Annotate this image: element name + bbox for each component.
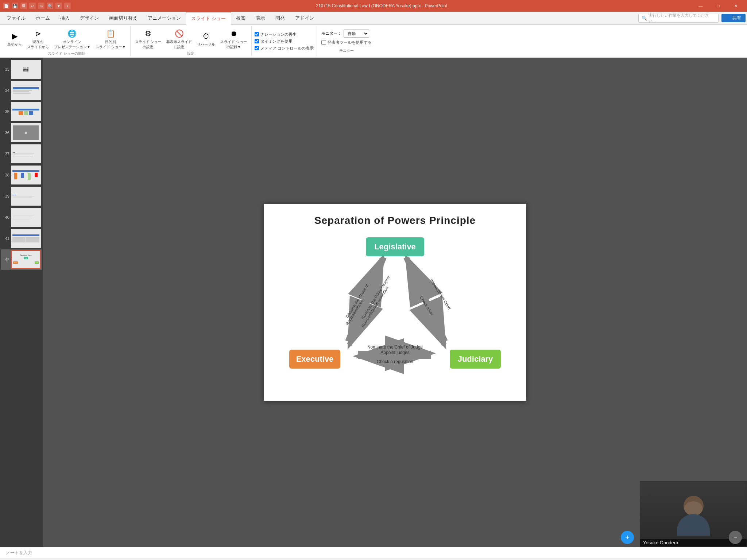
search-icon: 🔍 xyxy=(642,16,647,21)
slide-thumb-34[interactable]: 34 xyxy=(1,80,42,101)
rehearse-icon: ⏱ xyxy=(200,30,212,42)
hide-icon: 🚫 xyxy=(173,28,185,39)
start-group-label: スライド ショーの開始 xyxy=(48,51,85,56)
rehearse-label: リハーサル xyxy=(197,42,215,47)
titlebar-left: 📄 💾 🖫 ↩ ↪ 🔍 ▼ • xyxy=(3,3,71,9)
redo-icon[interactable]: ↪ xyxy=(38,3,44,9)
slide-thumbnail-38 xyxy=(11,166,41,184)
titlebar-title: 210715 Constitutional Law I (ONODERA Yos… xyxy=(316,3,447,8)
search-placeholder-text: 実行したい作業を入力してください... xyxy=(649,13,715,24)
slide-thumbnail-35 xyxy=(11,102,41,121)
record-button[interactable]: ⏺ スライド ショーの記録▼ xyxy=(219,27,248,50)
slide-thumbnail-36: 🏛 xyxy=(11,123,41,142)
slide-thumbnail-34 xyxy=(11,81,41,100)
close-button[interactable]: ✕ xyxy=(727,0,744,12)
slide-thumbnail-42: Separation of Powers Leg Exec Judi xyxy=(11,250,41,269)
tab-file[interactable]: ファイル xyxy=(1,12,31,25)
from-beginning-button[interactable]: ▶ 最初から xyxy=(6,30,23,48)
slide-thumb-39[interactable]: 39 ■■ ■■ xyxy=(1,186,42,206)
tab-transitions[interactable]: 画面切り替え xyxy=(104,12,143,25)
slide-thumbnail-33: Slide 33 ■ ■ ■ xyxy=(11,60,41,79)
show-settings-button[interactable]: ⚙ スライド ショーの設定 xyxy=(133,27,163,50)
presenter-tools-item: 発表者ツールを使用する xyxy=(321,40,372,45)
narration-checkbox[interactable] xyxy=(255,32,259,36)
online-presentation-button[interactable]: 🌐 オンラインプレゼンテーション▼ xyxy=(53,27,92,50)
tab-addin[interactable]: アドイン xyxy=(290,12,319,25)
check-regulation-label: Check a regulation xyxy=(377,359,413,364)
slide-num-40: 40 xyxy=(2,215,9,219)
file-icon[interactable]: 📄 xyxy=(3,3,9,9)
timing-checkbox[interactable] xyxy=(255,39,259,43)
ribbon-group-items-setup: ⚙ スライド ショーの設定 🚫 非表示スライドに設定 ⏱ リハーサル ⏺ スライ… xyxy=(133,27,249,50)
plus-button[interactable]: + xyxy=(621,531,634,544)
notes-bar[interactable]: ノートを入力 xyxy=(0,547,747,559)
ribbon-checkboxes: ナレーションの再生 タイミングを使用 メディア コントロールの表示 xyxy=(252,26,317,56)
slide-num-36: 36 xyxy=(2,131,9,135)
slide-panel: 33 Slide 33 ■ ■ ■ 34 35 xyxy=(0,58,43,547)
slide-thumb-37[interactable]: 37 Text xyxy=(1,144,42,164)
extra-icon[interactable]: • xyxy=(64,3,71,9)
magnify-icon[interactable]: 🔍 xyxy=(47,3,53,9)
custom-show-button[interactable]: 📋 目的別スライド ショー▼ xyxy=(94,27,127,50)
from-current-icon: ⊳ xyxy=(32,28,44,39)
tab-slideshow[interactable]: スライド ショー xyxy=(186,12,231,25)
slide-title: Separation of Powers Principle xyxy=(278,215,512,226)
ribbon-group-setup: ⚙ スライド ショーの設定 🚫 非表示スライドに設定 ⏱ リハーサル ⏺ スライ… xyxy=(131,26,252,56)
ribbon-tabs: ファイル ホーム 挿入 デザイン 画面切り替え アニメーション スライド ショー… xyxy=(0,12,747,25)
slide-num-38: 38 xyxy=(2,173,9,177)
undo-icon[interactable]: ↩ xyxy=(29,3,36,9)
minus-button[interactable]: − xyxy=(729,531,742,544)
slide-thumb-41[interactable]: 41 xyxy=(1,228,42,249)
media-checkbox[interactable] xyxy=(255,46,259,50)
slide-thumbnail-40 xyxy=(11,208,41,227)
slide-thumb-33[interactable]: 33 Slide 33 ■ ■ ■ xyxy=(1,59,42,79)
tab-review[interactable]: 校閲 xyxy=(231,12,251,25)
tab-insert[interactable]: 挿入 xyxy=(55,12,75,25)
timing-checkbox-item: タイミングを使用 xyxy=(255,39,314,44)
slide-thumb-35[interactable]: 35 xyxy=(1,101,42,122)
presenter-tools-checkbox[interactable] xyxy=(321,40,326,45)
floppy-icon[interactable]: 🖫 xyxy=(20,3,27,9)
tab-animations[interactable]: アニメーション xyxy=(143,12,186,25)
from-current-button[interactable]: ⊳ 現在のスライドから xyxy=(26,27,50,50)
nominate-judge-label: Nominate the Chief of Judge xyxy=(367,345,423,350)
slide-thumbnail-37: Text xyxy=(11,144,41,163)
slide-num-39: 39 xyxy=(2,194,9,198)
slide-thumb-38[interactable]: 38 xyxy=(1,165,42,185)
presenter-tools-label: 発表者ツールを使用する xyxy=(328,40,372,45)
slide-thumbnail-41 xyxy=(11,229,41,248)
share-button[interactable]: 👤 共有 xyxy=(721,14,746,22)
slide-thumb-42[interactable]: 42 Separation of Powers Leg Exec Judi xyxy=(1,249,42,270)
executive-box: Executive xyxy=(289,350,340,369)
from-beginning-icon: ▶ xyxy=(9,30,20,42)
ribbon-search[interactable]: 🔍 実行したい作業を入力してください... xyxy=(638,14,719,23)
hide-slide-button[interactable]: 🚫 非表示スライドに設定 xyxy=(165,27,193,50)
custom-show-label: 目的別スライド ショー▼ xyxy=(96,39,126,50)
statusbar: スライド 42/0 〜 44 ⊡ 日本語 🗒 ノート 💬 コメント xyxy=(0,559,747,560)
settings-label: スライド ショーの設定 xyxy=(135,39,162,50)
slide-thumb-40[interactable]: 40 xyxy=(1,207,42,228)
from-beginning-label: 最初から xyxy=(7,42,22,47)
narration-checkbox-item: ナレーションの再生 xyxy=(255,32,314,37)
monitor-dropdown[interactable]: 自動 xyxy=(344,30,369,38)
titlebar: 📄 💾 🖫 ↩ ↪ 🔍 ▼ • 210715 Constitutional La… xyxy=(0,0,747,12)
maximize-button[interactable]: □ xyxy=(710,0,727,12)
save-icon[interactable]: 💾 xyxy=(12,3,18,9)
slide-num-42: 42 xyxy=(2,257,9,262)
tab-design[interactable]: デザイン xyxy=(75,12,104,25)
monitor-label: モニター： xyxy=(321,31,341,36)
slide-thumb-36[interactable]: 36 🏛 xyxy=(1,122,42,143)
minimize-button[interactable]: — xyxy=(692,0,709,12)
media-label: メディア コントロールの表示 xyxy=(260,46,314,51)
online-icon: 🌐 xyxy=(66,28,78,39)
slide-num-41: 41 xyxy=(2,236,9,241)
jud-to-leg-arrow xyxy=(407,258,445,341)
impeachment-label: Impeachment Court xyxy=(429,278,452,310)
media-checkbox-item: メディア コントロールの表示 xyxy=(255,46,314,51)
tab-dev[interactable]: 開発 xyxy=(270,12,290,25)
customize-icon[interactable]: ▼ xyxy=(55,3,62,9)
tab-view[interactable]: 表示 xyxy=(251,12,270,25)
slide-thumbnail-39: ■■ ■■ xyxy=(11,187,41,206)
rehearse-button[interactable]: ⏱ リハーサル xyxy=(196,30,217,48)
tab-home[interactable]: ホーム xyxy=(31,12,55,25)
